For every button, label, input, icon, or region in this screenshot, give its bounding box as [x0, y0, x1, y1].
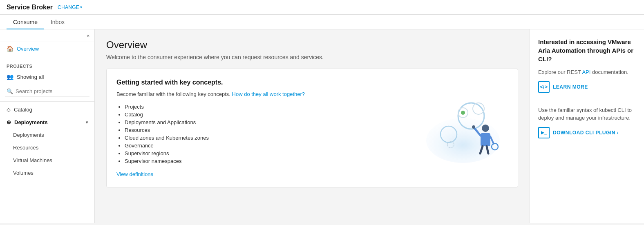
sidebar-item-resources[interactable]: Resources — [0, 141, 94, 154]
sidebar: « 🏠 Overview Projects 👥 Showing all 🔍 ◇ … — [0, 29, 95, 223]
concept-supervisor-regions: Supervisor regions — [125, 150, 410, 156]
terminal-icon: ▶_ — [538, 127, 550, 138]
search-projects-input[interactable] — [16, 88, 88, 94]
deployments-label: Deployments — [14, 119, 48, 125]
view-definitions-link[interactable]: View definitions — [116, 171, 153, 177]
svg-point-4 — [461, 111, 465, 115]
concept-cloud-zones: Cloud zones and Kubernetes zones — [125, 135, 410, 141]
concept-resources: Resources — [125, 127, 410, 133]
sidebar-item-virtual-machines[interactable]: Virtual Machines — [0, 154, 94, 167]
how-do-they-work-link[interactable]: How do they all work together? — [232, 91, 305, 97]
svg-point-10 — [472, 125, 475, 129]
tab-bar: Consume Inbox — [0, 15, 644, 29]
card-title: Getting started with key concepts. — [116, 79, 410, 86]
sidebar-item-catalog[interactable]: ◇ Catalog — [0, 103, 94, 116]
page-subtitle: Welcome to the consumer experience where… — [106, 54, 518, 60]
sidebar-divider-1 — [0, 57, 94, 57]
deployments-icon: ⊕ — [7, 119, 11, 125]
right-panel-api-text: Explore our REST API documentation. — [538, 68, 636, 76]
card-illustration — [418, 79, 508, 177]
sidebar-divider-2 — [0, 101, 94, 102]
chevron-down-icon: ▾ — [86, 120, 88, 125]
getting-started-card: Getting started with key concepts. Becom… — [106, 69, 518, 187]
search-box: 🔍 — [5, 87, 89, 96]
people-icon: 👥 — [7, 74, 13, 80]
resources-label: Resources — [13, 145, 38, 151]
svg-point-7 — [482, 125, 489, 132]
card-intro-text: Become familiar with the following key c… — [116, 91, 230, 97]
svg-rect-8 — [481, 133, 490, 146]
volumes-label: Volumes — [13, 170, 34, 176]
concept-supervisor-namespaces: Supervisor namespaces — [125, 158, 410, 164]
collapse-sidebar-button[interactable]: « — [87, 33, 89, 38]
download-cli-button[interactable]: ▶_ DOWNLOAD CLI PLUGIN › — [538, 127, 636, 138]
learn-more-label: LEARN MORE — [553, 84, 588, 90]
catalog-label: Catalog — [14, 107, 32, 113]
tab-consume[interactable]: Consume — [7, 15, 44, 29]
concept-catalog: Catalog — [125, 111, 410, 118]
card-intro: Become familiar with the following key c… — [116, 91, 410, 97]
projects-section-label: Projects — [0, 59, 94, 70]
download-label: DOWNLOAD CLI PLUGIN › — [553, 130, 619, 136]
change-button[interactable]: CHANGE — [58, 4, 82, 10]
api-link[interactable]: API — [582, 69, 590, 75]
main-content: Overview Welcome to the consumer experie… — [95, 29, 530, 223]
catalog-icon: ◇ — [7, 107, 11, 113]
right-panel-title: Interested in accessing VMware Aria Auto… — [538, 38, 636, 63]
app-title: Service Broker — [7, 4, 53, 11]
learn-more-button[interactable]: </> LEARN MORE — [538, 81, 636, 93]
home-icon: 🏠 — [7, 45, 13, 52]
code-icon: </> — [538, 81, 550, 93]
concept-governance: Governance — [125, 143, 410, 149]
sidebar-item-overview[interactable]: 🏠 Overview — [0, 42, 94, 55]
concept-illustration — [422, 87, 504, 169]
sidebar-item-deployments[interactable]: ⊕ Deployments ▾ — [0, 116, 94, 129]
concept-list: Projects Catalog Deployments and Applica… — [116, 104, 410, 164]
sidebar-item-deployments-sub[interactable]: Deployments — [0, 129, 94, 141]
layout: « 🏠 Overview Projects 👥 Showing all 🔍 ◇ … — [0, 29, 644, 223]
concept-projects: Projects — [125, 104, 410, 110]
right-panel-cli-text: Use the familiar syntax of kubectl CLI t… — [538, 106, 636, 122]
concept-deployments: Deployments and Applications — [125, 119, 410, 125]
showing-all-label: Showing all — [17, 74, 44, 80]
sidebar-item-showing-all[interactable]: 👥 Showing all — [0, 70, 94, 83]
tab-inbox[interactable]: Inbox — [44, 15, 71, 29]
top-header: Service Broker CHANGE — [0, 0, 644, 15]
search-icon: 🔍 — [7, 88, 13, 94]
panel-divider — [538, 101, 636, 101]
sidebar-collapse-bar: « — [0, 29, 94, 42]
right-panel: Interested in accessing VMware Aria Auto… — [530, 29, 644, 223]
sidebar-overview-label: Overview — [17, 46, 39, 52]
sidebar-item-volumes[interactable]: Volumes — [0, 167, 94, 179]
page-title: Overview — [106, 39, 518, 51]
card-left: Getting started with key concepts. Becom… — [116, 79, 410, 177]
virtual-machines-label: Virtual Machines — [13, 157, 52, 163]
deployments-sub-label: Deployments — [13, 132, 44, 138]
